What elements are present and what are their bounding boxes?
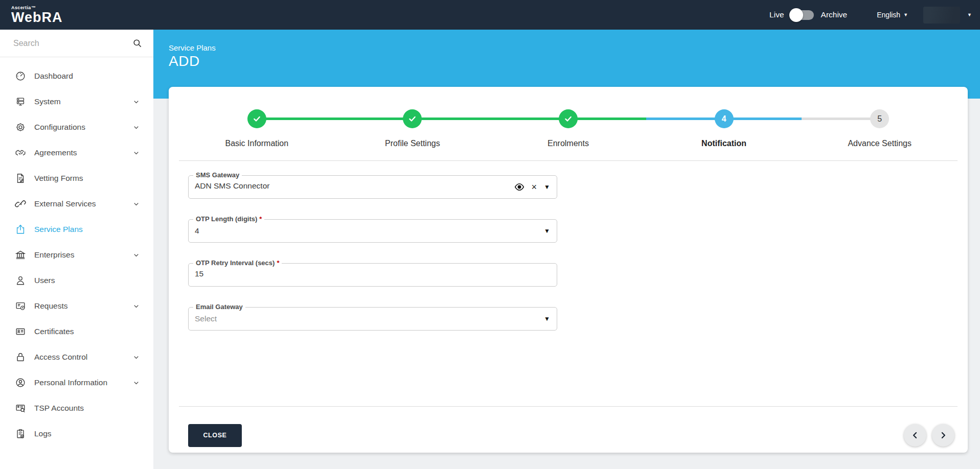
sidebar-item-logs[interactable]: Logs (0, 421, 153, 447)
sidebar-item-label: Vetting Forms (34, 174, 83, 183)
card-search-icon (15, 403, 26, 414)
sidebar-item-label: System (34, 97, 61, 106)
chevron-down-icon (132, 124, 140, 131)
sidebar-item-label: Dashboard (34, 72, 73, 81)
app-logo: Ascertia™ WebRA (11, 6, 63, 25)
field-label: Email Gateway (193, 303, 245, 311)
next-step-button[interactable] (932, 424, 954, 447)
breadcrumb: Service Plans (169, 43, 216, 52)
chevron-down-icon (132, 354, 140, 361)
sidebar-nav: Dashboard System Configurations Agreemen… (0, 57, 153, 447)
sms-gateway-field[interactable]: SMS Gateway × ▼ (188, 175, 557, 199)
email-gateway-placeholder: Select (195, 314, 217, 323)
step-number: 5 (870, 109, 889, 128)
id-card-icon (15, 326, 26, 337)
sidebar-item-tsp-accounts[interactable]: TSP Accounts (0, 395, 153, 421)
step-notification[interactable]: 4 Notification (646, 98, 802, 148)
otp-length-value: 4 (195, 226, 199, 236)
main-content: Service Plans ADD Basic Information Prof… (153, 30, 980, 469)
sidebar-item-personal-information[interactable]: Personal Information (0, 370, 153, 395)
step-basic-information[interactable]: Basic Information (179, 98, 335, 148)
sidebar-item-label: External Services (34, 199, 96, 208)
dashboard-icon (15, 71, 26, 82)
step-label: Notification (646, 139, 802, 148)
chevron-down-icon (132, 302, 140, 310)
step-profile-settings[interactable]: Profile Settings (335, 98, 491, 148)
otp-retry-interval-field[interactable]: OTP Retry Interval (secs)* (188, 263, 557, 287)
stepper: Basic Information Profile Settings Enrol… (179, 87, 958, 161)
sidebar-item-dashboard[interactable]: Dashboard (0, 63, 153, 89)
email-gateway-field[interactable]: Email Gateway Select ▼ (188, 307, 557, 331)
server-icon (15, 96, 26, 107)
step-label: Basic Information (179, 139, 335, 148)
sms-gateway-input[interactable] (195, 181, 481, 191)
chevron-down-icon (132, 379, 140, 387)
wizard-footer: CLOSE (169, 407, 968, 453)
document-pen-icon (15, 173, 26, 184)
search-input[interactable] (13, 39, 132, 48)
sidebar-item-vetting-forms[interactable]: Vetting Forms (0, 166, 153, 191)
step-label: Profile Settings (335, 139, 491, 148)
search-icon[interactable] (132, 38, 142, 48)
chevron-down-icon (132, 200, 140, 208)
chevron-down-icon (132, 98, 140, 106)
step-check-icon (247, 109, 266, 128)
chevron-down-icon (132, 251, 140, 259)
person-circle-icon (15, 377, 26, 388)
sidebar: Dashboard System Configurations Agreemen… (0, 30, 153, 469)
otp-retry-interval-input[interactable] (195, 269, 481, 278)
request-card-icon (15, 300, 26, 312)
dropdown-caret-icon[interactable]: ▼ (544, 315, 550, 322)
link-icon (15, 198, 26, 209)
top-bar: Ascertia™ WebRA Live Archive English ▼ ▼ (0, 0, 980, 30)
bank-icon (15, 249, 26, 261)
sidebar-item-label: Configurations (34, 123, 85, 132)
chevron-down-icon (132, 149, 140, 157)
previous-step-button[interactable] (904, 424, 926, 447)
sidebar-item-users[interactable]: Users (0, 268, 153, 293)
sidebar-item-system[interactable]: System (0, 89, 153, 114)
archive-label: Archive (821, 10, 848, 19)
sidebar-item-external-services[interactable]: External Services (0, 191, 153, 217)
sidebar-item-label: Certificates (34, 327, 74, 336)
clear-icon[interactable]: × (532, 182, 537, 192)
brand-webra: WebRA (11, 10, 63, 25)
step-advance-settings[interactable]: 5 Advance Settings (802, 98, 958, 148)
handshake-icon (15, 147, 26, 158)
live-label: Live (769, 10, 784, 19)
sidebar-item-certificates[interactable]: Certificates (0, 319, 153, 344)
sidebar-item-configurations[interactable]: Configurations (0, 114, 153, 140)
eye-icon[interactable] (514, 182, 525, 192)
sidebar-item-label: Requests (34, 301, 67, 311)
live-archive-toggle[interactable] (790, 10, 814, 20)
step-number: 4 (715, 109, 734, 128)
sidebar-item-label: TSP Accounts (34, 404, 84, 413)
clipboard-icon (15, 428, 26, 439)
required-mark: * (259, 215, 262, 223)
wizard-card: Basic Information Profile Settings Enrol… (169, 87, 968, 453)
user-menu-caret-icon[interactable]: ▼ (967, 12, 972, 17)
otp-length-field[interactable]: OTP Length (digits)* 4 ▼ (188, 219, 557, 243)
step-check-icon (403, 109, 422, 128)
field-label: SMS Gateway (193, 171, 242, 179)
field-label: OTP Length (digits)* (193, 215, 264, 223)
step-enrolments[interactable]: Enrolments (490, 98, 646, 148)
dropdown-caret-icon[interactable]: ▼ (544, 183, 550, 191)
user-account-box[interactable] (923, 7, 960, 24)
sidebar-item-enterprises[interactable]: Enterprises (0, 242, 153, 268)
sidebar-item-access-control[interactable]: Access Control (0, 344, 153, 370)
step-label: Advance Settings (802, 139, 958, 148)
sidebar-item-requests[interactable]: Requests (0, 293, 153, 319)
language-caret-icon[interactable]: ▼ (903, 12, 908, 17)
sidebar-item-label: Agreements (34, 148, 77, 157)
box-up-arrow-icon (15, 224, 26, 235)
step-label: Enrolments (490, 139, 646, 148)
toggle-knob[interactable] (789, 8, 803, 22)
dropdown-caret-icon[interactable]: ▼ (544, 227, 550, 235)
sidebar-item-service-plans[interactable]: Service Plans (0, 217, 153, 242)
sidebar-item-label: Enterprises (34, 250, 74, 260)
sidebar-item-label: Access Control (34, 353, 87, 362)
close-button[interactable]: CLOSE (188, 424, 242, 447)
language-dropdown[interactable]: English (877, 11, 900, 19)
sidebar-item-agreements[interactable]: Agreements (0, 140, 153, 166)
